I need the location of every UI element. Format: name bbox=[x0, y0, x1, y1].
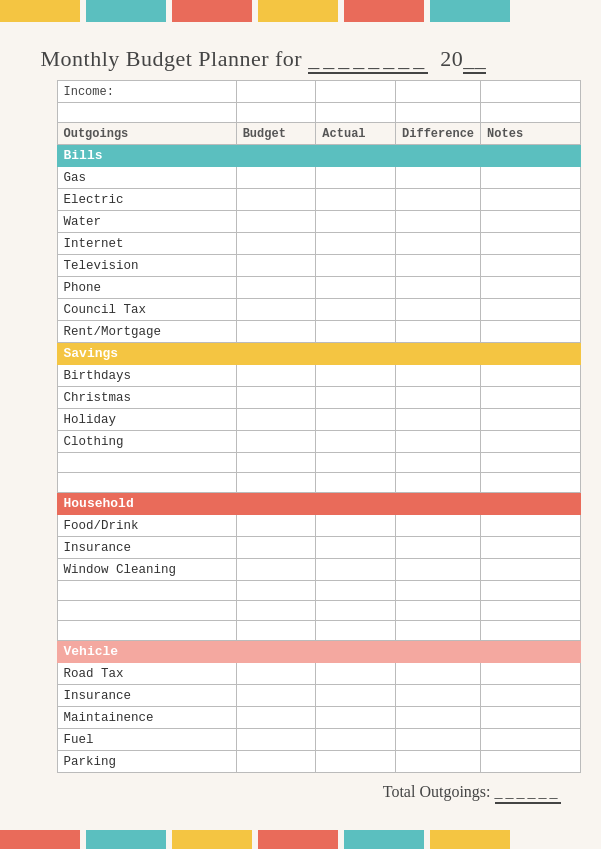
category-savings-header: Savings bbox=[57, 343, 580, 365]
table-row bbox=[57, 601, 580, 621]
table-row: Road Tax bbox=[57, 663, 580, 685]
table-row: Phone bbox=[57, 277, 580, 299]
color-block-6 bbox=[430, 0, 510, 22]
page-title: Monthly Budget Planner for ________ 20__ bbox=[21, 32, 581, 80]
category-household-header: Household bbox=[57, 493, 580, 515]
title-text: Monthly Budget Planner for bbox=[41, 46, 303, 71]
color-block-b3 bbox=[172, 830, 252, 849]
total-outgoings-area: Total Outgoings: ______ bbox=[21, 773, 581, 810]
income-actual bbox=[316, 81, 396, 103]
bills-label: Bills bbox=[57, 145, 580, 167]
income-label: Income: bbox=[57, 81, 236, 103]
color-block-3 bbox=[172, 0, 252, 22]
table-row bbox=[57, 473, 580, 493]
color-block-b2 bbox=[86, 830, 166, 849]
color-block-b5 bbox=[344, 830, 424, 849]
vehicle-label: Vehicle bbox=[57, 641, 580, 663]
table-row: Internet bbox=[57, 233, 580, 255]
table-row: Rent/Mortgage bbox=[57, 321, 580, 343]
color-block-1 bbox=[0, 0, 80, 22]
bottom-color-bar bbox=[0, 830, 601, 849]
category-bills-header: Bills bbox=[57, 145, 580, 167]
col-actual: Actual bbox=[316, 123, 396, 145]
table-row: Window Cleaning bbox=[57, 559, 580, 581]
table-row: Parking bbox=[57, 751, 580, 773]
table-row bbox=[57, 581, 580, 601]
page-content: Monthly Budget Planner for ________ 20__… bbox=[21, 22, 581, 830]
col-outgoings: Outgoings bbox=[57, 123, 236, 145]
table-row: Christmas bbox=[57, 387, 580, 409]
col-difference: Difference bbox=[396, 123, 481, 145]
table-row: Electric bbox=[57, 189, 580, 211]
color-block-2 bbox=[86, 0, 166, 22]
title-year-prefix: 20 bbox=[440, 46, 463, 71]
income-row: Income: bbox=[57, 81, 580, 103]
table-row bbox=[57, 621, 580, 641]
color-block-5 bbox=[344, 0, 424, 22]
table-row: Clothing bbox=[57, 431, 580, 453]
title-year-line: __ bbox=[463, 46, 486, 74]
color-block-b6 bbox=[430, 830, 510, 849]
color-block-b1 bbox=[0, 830, 80, 849]
total-outgoings-label: Total Outgoings: bbox=[383, 783, 491, 804]
col-notes: Notes bbox=[481, 123, 580, 145]
total-outgoings-line: ______ bbox=[495, 783, 561, 804]
table-row: Gas bbox=[57, 167, 580, 189]
spacer-row-1 bbox=[57, 103, 580, 123]
color-block-b4 bbox=[258, 830, 338, 849]
household-label: Household bbox=[57, 493, 580, 515]
savings-label: Savings bbox=[57, 343, 580, 365]
budget-table-wrapper: Income: Outgoings Budget Actual Differen… bbox=[21, 80, 581, 773]
table-row: Food/Drink bbox=[57, 515, 580, 537]
col-budget: Budget bbox=[236, 123, 316, 145]
budget-table: Income: Outgoings Budget Actual Differen… bbox=[57, 80, 581, 773]
table-row: Maintainence bbox=[57, 707, 580, 729]
table-row: Council Tax bbox=[57, 299, 580, 321]
table-row: Birthdays bbox=[57, 365, 580, 387]
income-budget bbox=[236, 81, 316, 103]
table-row: Insurance bbox=[57, 537, 580, 559]
title-for-line: ________ bbox=[308, 46, 428, 74]
table-row: Water bbox=[57, 211, 580, 233]
income-notes bbox=[481, 81, 580, 103]
column-header-row: Outgoings Budget Actual Difference Notes bbox=[57, 123, 580, 145]
category-vehicle-header: Vehicle bbox=[57, 641, 580, 663]
income-difference bbox=[396, 81, 481, 103]
table-row: Fuel bbox=[57, 729, 580, 751]
table-row: Insurance bbox=[57, 685, 580, 707]
color-block-4 bbox=[258, 0, 338, 22]
table-row: Holiday bbox=[57, 409, 580, 431]
top-color-bar bbox=[0, 0, 601, 22]
table-row: Television bbox=[57, 255, 580, 277]
table-row bbox=[57, 453, 580, 473]
